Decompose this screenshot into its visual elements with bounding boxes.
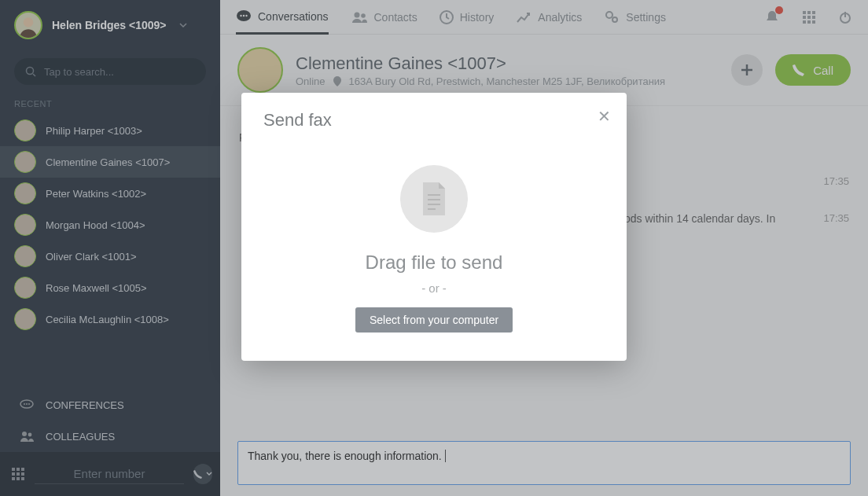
close-icon[interactable]: ✕ [598,107,611,126]
select-file-button[interactable]: Select from your computer [355,307,513,333]
modal-title: Send fax [263,110,605,130]
file-drop-icon [400,165,468,233]
send-fax-modal: Send fax ✕ Drag file to send - or - Sele… [241,93,627,361]
modal-overlay: Send fax ✕ Drag file to send - or - Sele… [0,0,868,496]
drag-text: Drag file to send [263,252,605,274]
or-text: - or - [263,281,605,295]
